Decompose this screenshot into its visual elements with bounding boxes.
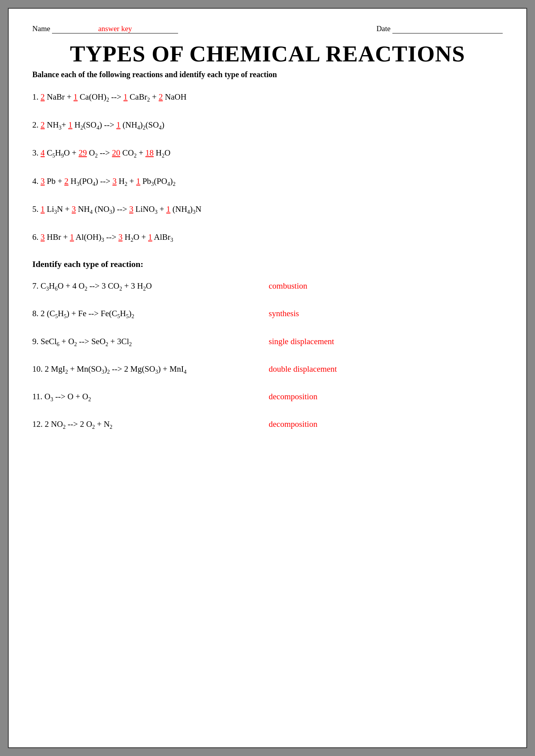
name-label: Name — [32, 24, 50, 33]
page-title: TYPES OF CHEMICAL REACTIONS — [32, 41, 503, 67]
coeff-4-4: 1 — [136, 176, 141, 186]
reaction-9: 9. SeCl6 + O2 --> SeO2 + 3Cl2 — [32, 337, 237, 348]
identify-problem-10: 10. 2 MgI2 + Mn(SO3)2 --> 2 Mg(SO3) + Mn… — [32, 364, 503, 375]
problem-3: 3. 4 C5H9O + 29 O2 --> 20 CO2 + 18 H2O — [32, 147, 503, 160]
coeff-5-3: 3 — [129, 204, 134, 214]
reaction-type-8: synthesis — [269, 309, 299, 319]
coeff-3-2: 29 — [78, 148, 87, 158]
identify-section-header: Identify each type of reaction: — [32, 259, 503, 269]
reaction-type-7: combustion — [269, 281, 307, 291]
reaction-type-9: single displacement — [269, 337, 334, 346]
reaction-11: 11. O3 --> O + O2 — [32, 392, 237, 403]
coeff-1-3: 1 — [123, 92, 128, 102]
coeff-1-1: 2 — [41, 92, 45, 102]
date-line — [392, 24, 503, 33]
identify-problem-8: 8. 2 (C5H5) + Fe --> Fe(C5H5)2 synthesis — [32, 309, 503, 320]
coeff-3-3: 20 — [112, 148, 120, 158]
identify-problem-11: 11. O3 --> O + O2 decomposition — [32, 392, 503, 403]
coeff-5-4: 1 — [166, 204, 171, 214]
date-label: Date — [376, 24, 390, 33]
coeff-6-1: 3 — [41, 232, 45, 242]
problem-2: 2. 2 NH3+ 1 H2(SO4) --> 1 (NH4)2(SO4) — [32, 119, 503, 132]
coeff-1-4: 2 — [159, 92, 163, 102]
identify-problem-7: 7. C3H6O + 4 O2 --> 3 CO2 + 3 H2O combus… — [32, 281, 503, 292]
coeff-6-2: 1 — [70, 232, 74, 242]
reaction-8: 8. 2 (C5H5) + Fe --> Fe(C5H5)2 — [32, 309, 237, 320]
coeff-6-3: 3 — [119, 232, 123, 242]
reaction-10: 10. 2 MgI2 + Mn(SO3)2 --> 2 Mg(SO3) + Mn… — [32, 364, 237, 375]
coeff-4-2: 2 — [64, 176, 69, 186]
coeff-3-4: 18 — [145, 148, 154, 158]
coeff-1-2: 1 — [74, 92, 78, 102]
reaction-7: 7. C3H6O + 4 O2 --> 3 CO2 + 3 H2O — [32, 281, 237, 292]
coeff-4-1: 3 — [41, 176, 45, 186]
coeff-5-1: 1 — [41, 204, 45, 214]
problem-5: 5. 1 Li3N + 3 NH4 (NO3) --> 3 LiNO3 + 1 … — [32, 203, 503, 216]
reaction-12: 12. 2 NO2 --> 2 O2 + N2 — [32, 419, 237, 430]
reaction-type-12: decomposition — [269, 419, 318, 429]
problem-6: 6. 3 HBr + 1 Al(OH)3 --> 3 H2O + 1 AlBr3 — [32, 231, 503, 244]
coeff-3-1: 4 — [41, 148, 45, 158]
subtitle: Balance each of the following reactions … — [32, 70, 503, 79]
coeff-5-2: 3 — [72, 204, 76, 214]
page: Name answer key Date TYPES OF CHEMICAL R… — [8, 8, 527, 748]
date-section: Date — [376, 24, 503, 33]
reaction-type-11: decomposition — [269, 392, 318, 402]
coeff-2-2: 1 — [68, 120, 72, 130]
header: Name answer key Date — [32, 24, 503, 33]
coeff-6-4: 1 — [148, 232, 152, 242]
identify-problem-12: 12. 2 NO2 --> 2 O2 + N2 decomposition — [32, 419, 503, 430]
problem-4: 4. 3 Pb + 2 H3(PO4) --> 3 H2 + 1 Pb3(PO4… — [32, 175, 503, 188]
coeff-2-1: 2 — [41, 120, 45, 130]
coeff-2-3: 1 — [116, 120, 121, 130]
coeff-4-3: 3 — [112, 176, 117, 186]
answer-key: answer key — [52, 24, 178, 33]
identify-problem-9: 9. SeCl6 + O2 --> SeO2 + 3Cl2 single dis… — [32, 337, 503, 348]
reaction-type-10: double displacement — [269, 364, 337, 374]
name-section: Name answer key — [32, 24, 178, 33]
problem-1: 1. 2 NaBr + 1 Ca(OH)2 --> 1 CaBr2 + 2 Na… — [32, 91, 503, 104]
